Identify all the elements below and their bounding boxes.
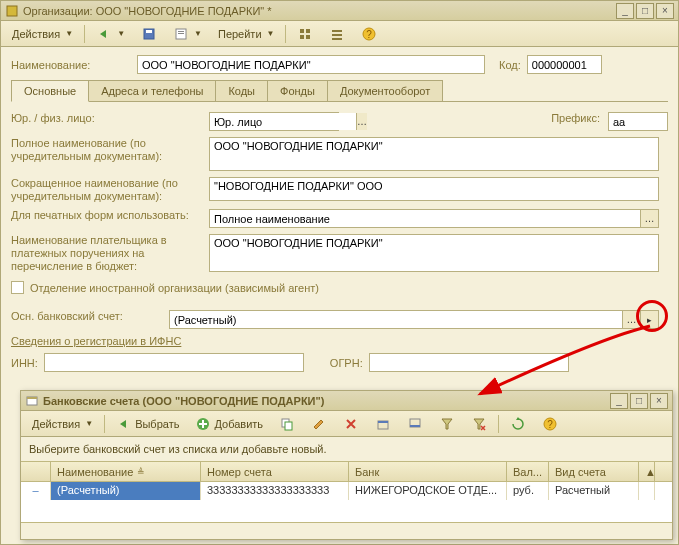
entity-type-select[interactable]: …	[209, 112, 339, 131]
ellipsis-button[interactable]: …	[640, 210, 658, 227]
close-button[interactable]: ×	[650, 393, 668, 409]
down-icon	[407, 416, 423, 432]
row-currency: руб.	[507, 482, 549, 500]
entity-type-value[interactable]	[210, 113, 356, 130]
up-icon	[375, 416, 391, 432]
bank-account-value[interactable]	[170, 311, 622, 328]
tb-delete[interactable]	[336, 414, 366, 434]
row-icon: –	[21, 482, 51, 500]
name-input[interactable]	[137, 55, 485, 74]
arrow-left-icon	[96, 26, 112, 42]
bank-account-label: Осн. банковский счет:	[11, 310, 161, 323]
row-name: (Расчетный)	[51, 482, 201, 500]
actions-label: Действия	[32, 418, 80, 430]
add-icon	[195, 416, 211, 432]
tab-main[interactable]: Основные	[11, 80, 89, 102]
dropdown-button[interactable]: ▸	[640, 311, 658, 328]
tab-codes[interactable]: Коды	[215, 80, 268, 101]
svg-rect-5	[178, 33, 184, 34]
list-icon	[329, 26, 345, 42]
accounts-table: Наименование≜ Номер счета Банк Вал... Ви…	[21, 461, 672, 523]
toolbar-btn-a[interactable]	[290, 24, 320, 44]
printform-select[interactable]: …	[209, 209, 659, 228]
minimize-button[interactable]: _	[616, 3, 634, 19]
goto-menu[interactable]: Перейти▼	[211, 24, 282, 44]
toolbar-help[interactable]: ?	[354, 24, 384, 44]
actions-menu[interactable]: Действия▼	[5, 24, 80, 44]
main-toolbar: Действия▼ ▼ ▼ Перейти▼ ?	[1, 21, 678, 47]
th-currency[interactable]: Вал...	[507, 462, 549, 481]
tb-movedown[interactable]	[400, 414, 430, 434]
prefix-input[interactable]	[608, 112, 668, 131]
tab-docflow[interactable]: Документооборот	[327, 80, 443, 101]
tab-addresses[interactable]: Адреса и телефоны	[88, 80, 216, 101]
toolbar-back[interactable]: ▼	[89, 24, 132, 44]
table-row[interactable]: – (Расчетный) 33333333333333333333 НИЖЕГ…	[21, 482, 672, 500]
bank-account-select[interactable]: … ▸	[169, 310, 659, 329]
maximize-button[interactable]: □	[630, 393, 648, 409]
refresh-icon	[510, 416, 526, 432]
dropdown-icon: ▼	[117, 29, 125, 38]
toolbar-report[interactable]: ▼	[166, 24, 209, 44]
name-label: Наименование:	[11, 59, 131, 71]
svg-rect-7	[306, 29, 310, 33]
select-label: Выбрать	[135, 418, 179, 430]
printform-value[interactable]	[210, 210, 640, 227]
main-titlebar: Организации: ООО "НОВОГОДНИЕ ПОДАРКИ" * …	[1, 1, 678, 21]
sub-toolbar: Действия▼ Выбрать Добавить ?	[21, 411, 672, 437]
add-button[interactable]: Добавить	[188, 414, 270, 434]
entity-type-label: Юр. / физ. лицо:	[11, 112, 201, 125]
close-button[interactable]: ×	[656, 3, 674, 19]
dropdown-icon: ▼	[267, 29, 275, 38]
foreign-branch-checkbox[interactable]	[11, 281, 24, 294]
table-body: – (Расчетный) 33333333333333333333 НИЖЕГ…	[21, 482, 672, 522]
tb-filter[interactable]	[432, 414, 462, 434]
tb-moveup[interactable]	[368, 414, 398, 434]
inn-input[interactable]	[44, 353, 304, 372]
separator	[498, 415, 499, 433]
svg-rect-11	[332, 34, 342, 36]
th-name[interactable]: Наименование≜	[51, 462, 201, 481]
payer-input[interactable]: ООО "НОВОГОДНИЕ ПОДАРКИ"	[209, 234, 659, 272]
ogrn-label: ОГРН:	[330, 357, 363, 369]
row-type: Расчетный	[549, 482, 639, 500]
minimize-button[interactable]: _	[610, 393, 628, 409]
prefix-label: Префикс:	[551, 112, 600, 124]
svg-text:?: ?	[547, 419, 553, 430]
arrow-left-icon	[116, 416, 132, 432]
svg-rect-9	[306, 35, 310, 39]
select-button[interactable]: Выбрать	[109, 414, 186, 434]
dropdown-icon: ▼	[65, 29, 73, 38]
fullname-label: Полное наименование (по учредительным до…	[11, 137, 201, 163]
tb-refresh[interactable]	[503, 414, 533, 434]
th-icon[interactable]	[21, 462, 51, 481]
ellipsis-button[interactable]: …	[356, 113, 367, 130]
toolbar-btn-b[interactable]	[322, 24, 352, 44]
tb-edit[interactable]	[304, 414, 334, 434]
sub-window-title: Банковские счета (ООО "НОВОГОДНИЕ ПОДАРК…	[43, 395, 606, 407]
shortname-input[interactable]: "НОВОГОДНИЕ ПОДАРКИ" ООО	[209, 177, 659, 201]
code-input[interactable]	[527, 55, 602, 74]
add-label: Добавить	[214, 418, 263, 430]
maximize-button[interactable]: □	[636, 3, 654, 19]
row-number: 33333333333333333333	[201, 482, 349, 500]
window-title: Организации: ООО "НОВОГОДНИЕ ПОДАРКИ" *	[23, 5, 612, 17]
separator	[285, 25, 286, 43]
th-number[interactable]: Номер счета	[201, 462, 349, 481]
actions-menu[interactable]: Действия▼	[25, 414, 100, 434]
window-icon	[5, 4, 19, 18]
th-name-label: Наименование	[57, 466, 133, 478]
th-type[interactable]: Вид счета	[549, 462, 639, 481]
svg-rect-6	[300, 29, 304, 33]
tb-filter-clear[interactable]	[464, 414, 494, 434]
report-icon	[173, 26, 189, 42]
th-bank[interactable]: Банк	[349, 462, 507, 481]
tab-funds[interactable]: Фонды	[267, 80, 328, 101]
payer-label: Наименование плательщика в платежных пор…	[11, 234, 201, 273]
ellipsis-button[interactable]: …	[622, 311, 640, 328]
ogrn-input[interactable]	[369, 353, 569, 372]
fullname-input[interactable]: ООО "НОВОГОДНИЕ ПОДАРКИ"	[209, 137, 659, 171]
tb-copy[interactable]	[272, 414, 302, 434]
toolbar-save[interactable]	[134, 24, 164, 44]
tb-help[interactable]: ?	[535, 414, 565, 434]
